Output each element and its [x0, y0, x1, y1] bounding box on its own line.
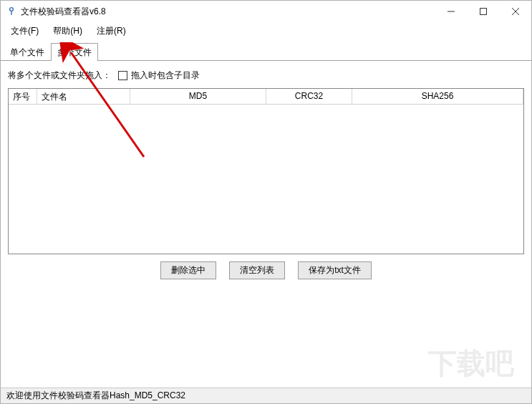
delete-selected-button[interactable]: 删除选中	[160, 261, 216, 279]
include-subdir-label: 拖入时包含子目录	[131, 69, 200, 82]
maximize-button[interactable]	[467, 1, 499, 22]
file-table[interactable]: 序号 文件名 MD5 CRC32 SHA256	[8, 88, 524, 254]
tab-multi-file[interactable]: 多个文件	[51, 43, 98, 61]
menu-file[interactable]: 文件(F)	[4, 22, 46, 39]
svg-rect-3	[480, 9, 486, 15]
title-bar: 文件校验码查看器v6.8	[1, 1, 531, 22]
button-row: 删除选中 清空列表 保存为txt文件	[8, 254, 524, 287]
menu-help[interactable]: 帮助(H)	[46, 22, 90, 39]
svg-rect-1	[11, 11, 11, 15]
svg-point-0	[10, 8, 14, 11]
empty-space	[8, 287, 524, 388]
col-seq[interactable]: 序号	[9, 89, 37, 104]
col-sha256[interactable]: SHA256	[352, 89, 523, 104]
col-md5[interactable]: MD5	[130, 89, 266, 104]
window-title: 文件校验码查看器v6.8	[21, 6, 435, 18]
table-body[interactable]	[9, 105, 523, 254]
instruction-row: 将多个文件或文件夹拖入： 拖入时包含子目录	[8, 67, 524, 84]
menu-register[interactable]: 注册(R)	[90, 22, 133, 39]
include-subdir-checkbox[interactable]	[118, 71, 127, 80]
tab-content-multi: 将多个文件或文件夹拖入： 拖入时包含子目录 序号 文件名 MD5 CRC32 S…	[1, 60, 531, 388]
save-txt-button[interactable]: 保存为txt文件	[298, 261, 372, 279]
status-text: 欢迎使用文件校验码查看器Hash_MD5_CRC32	[6, 390, 185, 402]
table-header: 序号 文件名 MD5 CRC32 SHA256	[9, 89, 523, 105]
drag-instruction-label: 将多个文件或文件夹拖入：	[8, 69, 111, 82]
include-subdir-checkbox-wrap[interactable]: 拖入时包含子目录	[118, 69, 200, 82]
minimize-button[interactable]	[435, 1, 467, 22]
tab-single-file[interactable]: 单个文件	[4, 43, 51, 61]
col-crc32[interactable]: CRC32	[266, 89, 352, 104]
app-icon	[6, 6, 16, 16]
col-filename[interactable]: 文件名	[37, 89, 130, 104]
menu-bar: 文件(F) 帮助(H) 注册(R)	[1, 22, 531, 39]
tab-bar: 单个文件 多个文件	[1, 39, 531, 60]
clear-list-button[interactable]: 清空列表	[229, 261, 285, 279]
close-button[interactable]	[499, 1, 531, 22]
window-controls	[435, 1, 531, 22]
status-bar: 欢迎使用文件校验码查看器Hash_MD5_CRC32	[1, 388, 531, 403]
